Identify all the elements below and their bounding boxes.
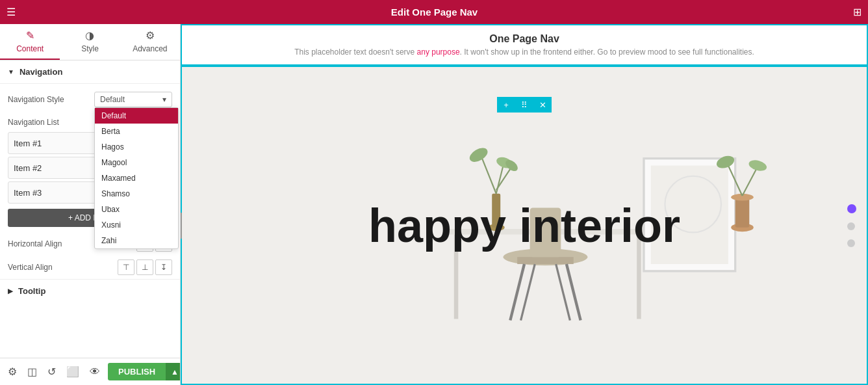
topbar-title: Edit One Page Nav bbox=[391, 7, 478, 18]
widget-close-btn[interactable]: ✕ bbox=[533, 97, 552, 113]
dropdown-option-ubax[interactable]: Ubax bbox=[95, 202, 178, 217]
navigation-section-header[interactable]: ▼ Navigation bbox=[0, 60, 180, 84]
tooltip-section-label: Tooltip bbox=[18, 286, 45, 296]
nav-style-row: Navigation Style Default ▾ Default Berta… bbox=[0, 84, 180, 113]
svg-line-15 bbox=[482, 159, 496, 194]
publish-button[interactable]: PUBLISH bbox=[108, 363, 166, 380]
sidebar: ✎ Content ◑ Style ⚙ Advanced ▼ Navigatio… bbox=[0, 24, 181, 385]
tooltip-section-arrow-icon: ▶ bbox=[8, 287, 13, 295]
dot-3[interactable] bbox=[847, 239, 855, 247]
svg-point-27 bbox=[748, 159, 768, 173]
tabs-bar: ✎ Content ◑ Style ⚙ Advanced bbox=[0, 24, 180, 60]
dropdown-option-hagos[interactable]: Hagos bbox=[95, 139, 178, 155]
banner-subtitle: This placeholder text doesn't serve any … bbox=[192, 47, 856, 57]
history-icon[interactable]: ↺ bbox=[45, 363, 58, 380]
svg-point-18 bbox=[467, 145, 490, 165]
dropdown-option-berta[interactable]: Berta bbox=[95, 124, 178, 139]
vertical-align-row: Vertical Align ⊤ ⊥ ↧ bbox=[0, 256, 180, 279]
vertical-align-buttons: ⊤ ⊥ ↧ bbox=[118, 259, 172, 275]
tab-style[interactable]: ◑ Style bbox=[60, 24, 120, 60]
widget-move-btn[interactable]: ⠿ bbox=[515, 97, 533, 113]
svg-line-17 bbox=[496, 169, 511, 190]
dropdown-option-xusni[interactable]: Xusni bbox=[95, 217, 178, 233]
preview-icon[interactable]: 👁 bbox=[87, 364, 103, 380]
responsive-icon[interactable]: ⬜ bbox=[64, 363, 82, 380]
nav-style-dropdown-menu: Default Berta Hagos Magool Maxamed Shams… bbox=[94, 107, 179, 249]
dot-2[interactable] bbox=[847, 222, 855, 230]
banner-title: One Page Nav bbox=[192, 33, 856, 45]
tab-style-label: Style bbox=[81, 44, 99, 53]
nav-style-dropdown[interactable]: Default ▾ bbox=[94, 92, 172, 107]
one-page-nav-banner: One Page Nav This placeholder text doesn… bbox=[181, 24, 868, 66]
dropdown-option-magool[interactable]: Magool bbox=[95, 155, 178, 170]
valign-top-btn[interactable]: ⊤ bbox=[118, 259, 134, 275]
advanced-icon: ⚙ bbox=[146, 29, 155, 42]
vertical-align-label: Vertical Align bbox=[8, 263, 53, 272]
interior-area: happy interior ‹ bbox=[181, 66, 868, 385]
tooltip-section-header[interactable]: ▶ Tooltip bbox=[0, 279, 180, 302]
tab-content-label: Content bbox=[16, 44, 44, 53]
tab-content[interactable]: ✎ Content bbox=[0, 24, 60, 60]
grid-icon[interactable]: ⊞ bbox=[853, 6, 862, 18]
publish-button-group: PUBLISH ▲ bbox=[108, 363, 181, 380]
content-icon: ✎ bbox=[26, 29, 34, 42]
sidebar-content: ▼ Navigation Navigation Style Default ▾ … bbox=[0, 60, 180, 358]
bottom-bar: ⚙ ◫ ↺ ⬜ 👁 PUBLISH ▲ bbox=[0, 358, 180, 385]
style-icon: ◑ bbox=[85, 29, 94, 42]
dropdown-option-shamso[interactable]: Shamso bbox=[95, 186, 178, 202]
svg-line-25 bbox=[742, 169, 756, 196]
valign-center-btn[interactable]: ⊥ bbox=[136, 259, 153, 275]
interior-text: happy interior bbox=[368, 199, 680, 252]
section-arrow-icon: ▼ bbox=[8, 68, 14, 75]
layers-icon[interactable]: ◫ bbox=[25, 363, 40, 380]
nav-style-selected-value: Default bbox=[100, 95, 125, 104]
dropdown-option-maxamed[interactable]: Maxamed bbox=[95, 170, 178, 186]
dropdown-option-default[interactable]: Default bbox=[95, 108, 178, 124]
tab-advanced[interactable]: ⚙ Advanced bbox=[120, 24, 180, 60]
widget-controls: + ⠿ ✕ bbox=[497, 97, 552, 113]
dropdown-arrow-icon: ▾ bbox=[162, 95, 166, 104]
tab-advanced-label: Advanced bbox=[133, 44, 167, 53]
top-bar: ☰ Edit One Page Nav ⊞ bbox=[0, 0, 868, 24]
svg-rect-22 bbox=[735, 197, 750, 228]
valign-bottom-btn[interactable]: ↧ bbox=[155, 259, 172, 275]
hamburger-icon[interactable]: ☰ bbox=[6, 6, 16, 18]
dot-1[interactable] bbox=[847, 204, 856, 213]
preview-area: One Page Nav This placeholder text doesn… bbox=[181, 24, 868, 385]
main-layout: ✎ Content ◑ Style ⚙ Advanced ▼ Navigatio… bbox=[0, 24, 868, 385]
dropdown-option-zahi[interactable]: Zahi bbox=[95, 233, 178, 248]
settings-icon[interactable]: ⚙ bbox=[5, 363, 19, 380]
navigation-section-label: Navigation bbox=[19, 67, 62, 77]
nav-style-label: Navigation Style bbox=[8, 95, 64, 104]
sidebar-collapse-btn[interactable]: ‹ bbox=[181, 213, 182, 239]
publish-dropdown-btn[interactable]: ▲ bbox=[166, 363, 181, 380]
widget-add-btn[interactable]: + bbox=[497, 97, 515, 113]
svg-rect-4 bbox=[517, 257, 574, 264]
horizontal-align-label: Horizontal Align bbox=[8, 239, 62, 248]
page-dots bbox=[847, 204, 856, 247]
